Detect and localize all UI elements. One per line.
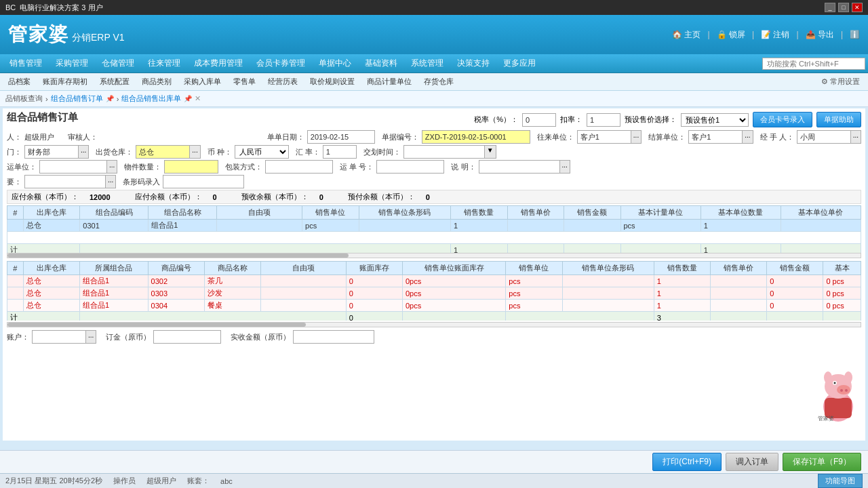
pack-input[interactable] <box>265 160 333 174</box>
exchange-input[interactable] <box>323 145 357 159</box>
menu-warehouse[interactable]: 仓储管理 <box>95 54 141 73</box>
save-btn[interactable]: 保存订单（F9） <box>783 453 861 471</box>
sub-btn-warehouse[interactable]: 存货仓库 <box>418 75 459 88</box>
shipping-unit-input[interactable] <box>39 160 107 174</box>
sub-btn-archive[interactable]: 品档案 <box>3 75 36 88</box>
assist-btn[interactable]: 单据助助 <box>816 112 861 127</box>
bottom-table-row[interactable]: 总仓 组合品1 0304 餐桌 0 0pcs pcs 1 0 0 pcs <box>7 300 861 312</box>
ship-no-input[interactable] <box>376 160 444 174</box>
sub-btn-pricing[interactable]: 取价规则设置 <box>304 75 360 88</box>
remark-input[interactable] <box>479 160 560 174</box>
sub-btn-unit[interactable]: 商品计量单位 <box>361 75 417 88</box>
bcell-free <box>261 300 347 312</box>
import-btn[interactable]: 调入订单 <box>726 453 778 471</box>
th-base-price: 基本单位单价 <box>781 206 861 220</box>
cell-combo-code: 0301 <box>80 220 149 232</box>
lock-nav[interactable]: 🔒 锁屏 <box>717 29 745 41</box>
order-amt-input[interactable] <box>153 330 221 344</box>
svg-point-5 <box>834 382 836 384</box>
breadcrumb-item-2[interactable]: 组合品销售订单 <box>51 94 103 104</box>
menu-contacts[interactable]: 往来管理 <box>141 54 187 73</box>
settings-btn[interactable]: ⚙ 常用设置 <box>816 75 865 88</box>
member-card-btn[interactable]: 会员卡号录入 <box>753 112 812 127</box>
th-barcode: 销售单位条形码 <box>359 206 450 220</box>
review-label: 审核人： <box>68 132 98 142</box>
manager-btn[interactable]: ... <box>851 130 861 144</box>
bottom-table-total: 计 0 3 <box>7 312 861 321</box>
total-price <box>507 244 564 253</box>
account-btn[interactable]: ... <box>86 330 96 344</box>
manager-input[interactable] <box>797 130 851 144</box>
settle-unit-input[interactable] <box>688 130 743 144</box>
print-btn[interactable]: 打印(Ctrl+F9) <box>652 453 722 471</box>
warehouse-input[interactable] <box>136 145 190 159</box>
require-label: 要： <box>7 177 22 187</box>
exchange-time-input[interactable] <box>403 145 485 159</box>
menu-more[interactable]: 更多应用 <box>496 54 542 73</box>
menu-basic[interactable]: 基础资料 <box>358 54 404 73</box>
th-combo-code: 组合品编码 <box>80 206 149 220</box>
menu-bills[interactable]: 单据中心 <box>312 54 358 73</box>
bcell-barcode <box>562 275 654 287</box>
function-map-btn[interactable]: 功能导图 <box>818 474 863 488</box>
export-nav[interactable]: 📤 导出 <box>806 29 834 41</box>
breadcrumb-close-3[interactable]: ✕ <box>195 94 201 103</box>
sub-btn-category[interactable]: 商品类别 <box>136 75 177 88</box>
order-no-label: 单据编号： <box>382 132 419 142</box>
dept-input[interactable] <box>24 145 79 159</box>
menu-system[interactable]: 系统管理 <box>404 54 450 73</box>
bth-amount: 销售金额 <box>767 262 823 275</box>
logout-nav[interactable]: 📝 注销 <box>761 29 789 41</box>
to-unit-input[interactable] <box>577 130 631 144</box>
bcell-base: 0 pcs <box>823 300 861 312</box>
restore-btn[interactable]: □ <box>838 3 849 12</box>
dept-btn[interactable]: ... <box>79 145 89 159</box>
bottom-table-row[interactable]: 总仓 组合品1 0302 茶几 0 0pcs pcs 1 0 0 pcs <box>7 275 861 287</box>
price-select[interactable]: 预设售价1 <box>681 113 749 127</box>
function-search[interactable] <box>762 58 865 70</box>
table-row[interactable]: 总仓 0301 组合品1 pcs 1 pcs 1 <box>7 220 861 232</box>
bcell-price <box>710 287 766 300</box>
settle-unit-btn[interactable]: ... <box>743 130 753 144</box>
breadcrumb-item-1[interactable]: 品销板查询 <box>5 94 43 104</box>
order-no-input[interactable] <box>422 130 530 144</box>
sub-btn-purchase[interactable]: 采购入库单 <box>178 75 226 88</box>
info-nav[interactable]: ℹ️ <box>850 30 860 39</box>
exchange-time-btn[interactable]: ▼ <box>485 145 496 159</box>
remark-btn[interactable]: ... <box>560 160 570 174</box>
shipping-unit-btn[interactable]: ... <box>107 160 117 174</box>
minimize-btn[interactable]: _ <box>825 3 835 12</box>
bth-qty: 销售数量 <box>654 262 710 275</box>
tax-rate-input[interactable] <box>522 113 556 127</box>
actual-amt-input[interactable] <box>293 330 374 344</box>
menu-decision[interactable]: 决策支持 <box>450 54 496 73</box>
menu-costs[interactable]: 成本费用管理 <box>187 54 250 73</box>
menu-member[interactable]: 会员卡券管理 <box>250 54 312 73</box>
close-btn[interactable]: ✕ <box>852 3 863 12</box>
status-operator-label: 操作员 <box>113 476 136 486</box>
menu-purchase[interactable]: 采购管理 <box>49 54 95 73</box>
require-input[interactable] <box>24 175 106 188</box>
currency-select[interactable]: 人民币 <box>235 145 289 159</box>
sub-btn-init[interactable]: 账面库存期初 <box>37 75 93 88</box>
parts-qty-input[interactable] <box>164 160 218 174</box>
to-unit-btn[interactable]: ... <box>631 130 642 144</box>
sub-btn-history[interactable]: 经营历表 <box>262 75 303 88</box>
barcode-input[interactable] <box>163 175 244 188</box>
warehouse-btn[interactable]: ... <box>190 145 200 159</box>
sub-btn-retail[interactable]: 零售单 <box>228 75 261 88</box>
date-input[interactable] <box>307 130 375 144</box>
menu-sales[interactable]: 销售管理 <box>3 54 49 73</box>
home-nav[interactable]: 🏠 主页 <box>672 29 701 41</box>
account-input[interactable] <box>32 330 86 344</box>
bottom-table-row[interactable]: 总仓 组合品1 0303 沙发 0 0pcs pcs 1 0 0 pcs <box>7 287 861 300</box>
svg-point-6 <box>824 371 832 384</box>
shipping-unit-label: 运单位： <box>7 162 37 172</box>
pre-receive-value: 0 <box>319 193 323 201</box>
require-btn[interactable]: ... <box>106 175 116 188</box>
breadcrumb-item-3[interactable]: 组合品销售出库单 <box>121 94 181 104</box>
bcell-warehouse: 总仓 <box>23 287 79 300</box>
discount-input[interactable] <box>587 113 620 127</box>
manager-label: 经 手 人： <box>760 132 794 142</box>
sub-btn-config[interactable]: 系统配置 <box>94 75 135 88</box>
